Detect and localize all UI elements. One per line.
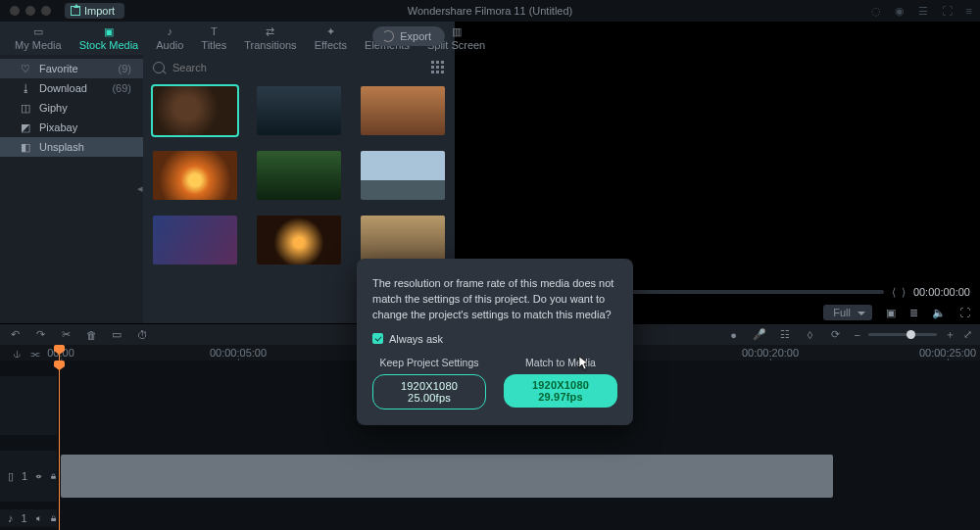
magnet-icon[interactable]: ⫝ [12,348,23,360]
cloud-icon[interactable]: ◌ [871,5,881,18]
option-value: 1920X1080 25.00fps [401,380,458,404]
view-grid-icon[interactable] [431,61,445,74]
ruler-mark: 00:00:20:00 [742,347,799,359]
speaker-icon[interactable] [35,513,42,524]
import-label: Import [84,5,115,17]
media-thumb[interactable] [257,86,341,135]
media-thumb[interactable] [361,86,445,135]
cut-icon[interactable]: ✂ [59,328,73,342]
sidebar-item-label: Unsplash [39,141,84,153]
import-button[interactable]: Import [65,3,124,19]
timecode-display: 00:00:00:00 [913,286,970,298]
export-button[interactable]: Export [372,26,445,46]
account-icon[interactable]: ◉ [895,5,905,18]
ruler-mark: 00:00:05:00 [210,347,267,359]
zoom-out-icon[interactable]: − [855,329,860,341]
window-controls[interactable] [0,6,51,16]
min-dot[interactable] [25,6,35,16]
tab-label: Stock Media [79,39,139,51]
eye-icon[interactable] [35,471,42,482]
video-track-header: ▯ 1 [0,451,57,502]
match-media-option: Match to Media 1920X1080 29.97fps [504,357,617,410]
sidebar-item-label: Giphy [39,102,68,114]
fullscreen-icon[interactable]: ⛶ [942,5,953,18]
sidebar-item-count: (69) [112,82,135,94]
titles-icon: T [206,25,221,37]
render-icon[interactable]: ⟳ [829,328,843,342]
track-type-icon: ♪ [8,512,14,524]
option-title: Keep Project Settings [380,357,479,368]
max-dot[interactable] [41,6,51,16]
zoom-in-icon[interactable]: ＋ [945,327,956,342]
sidebar-item-giphy[interactable]: ◫ Giphy [0,98,143,118]
mute-icon[interactable]: 🔈 [932,307,946,319]
quality-select[interactable]: Full [823,305,872,320]
folder-icon: ▭ [30,25,46,37]
snapshot-icon[interactable]: ▣ [886,307,896,319]
markers-icon[interactable]: ≣ [909,307,918,319]
mixer-icon[interactable]: ☷ [778,328,792,342]
zoom-handle[interactable] [906,330,915,339]
tab-transitions[interactable]: ⇄Transitions [235,25,305,55]
media-thumb[interactable] [257,151,341,200]
media-thumb[interactable] [153,216,237,265]
sidebar-item-unsplash[interactable]: ◧ Unsplash [0,137,143,157]
preview-viewport[interactable] [462,25,974,282]
zoom-fit-icon[interactable]: ⤢ [963,328,972,341]
notify-icon[interactable]: ☰ [918,5,928,18]
giphy-icon: ◫ [20,102,31,114]
lock-icon[interactable] [50,471,57,482]
sidebar-item-pixabay[interactable]: ◩ Pixabay [0,118,143,137]
tab-effects[interactable]: ✦Effects [306,25,356,55]
titlebar-actions: ◌ ◉ ☰ ⛶ ≡ [871,5,972,18]
playhead-line[interactable] [59,361,60,530]
audio-icon: ♪ [162,25,177,37]
mark-in-icon[interactable]: ⟨ [892,286,896,299]
tab-stock-media[interactable]: ▣Stock Media [71,25,148,55]
link-icon[interactable]: ⫘ [29,348,40,360]
menu-icon[interactable]: ≡ [966,5,972,18]
marker-icon[interactable]: ◊ [804,328,817,342]
video-track[interactable]: ▯ 1 [0,451,980,502]
collapse-sidebar-icon[interactable]: ◂ [137,182,143,195]
tab-titles[interactable]: TTitles [192,25,235,55]
stock-sources-sidebar: ♡ Favorite (9) ⭳ Download (69) ◫ Giphy ◩… [0,55,143,323]
import-icon [71,6,80,16]
sidebar-item-count: (9) [119,63,135,74]
sidebar-item-label: Favorite [39,63,78,74]
expand-icon[interactable]: ⛶ [959,307,970,318]
keep-settings-button[interactable]: 1920X1080 25.00fps [372,374,486,410]
download-icon: ⭳ [20,82,31,94]
undo-icon[interactable]: ↶ [8,328,22,342]
pixabay-icon: ◩ [20,121,31,133]
zoom-slider[interactable] [868,333,937,336]
titlebar: Import Wondershare Filmora 11 (Untitled)… [0,0,980,22]
mark-out-icon[interactable]: ⟩ [902,286,906,299]
mic-icon[interactable]: 🎤 [753,328,766,342]
sidebar-item-download[interactable]: ⭳ Download (69) [0,78,143,98]
match-media-button[interactable]: 1920X1080 29.97fps [504,374,617,408]
lock-icon[interactable] [50,513,57,524]
video-clip[interactable] [61,455,833,498]
crop-icon[interactable]: ▭ [110,328,123,342]
sidebar-item-favorite[interactable]: ♡ Favorite (9) [0,59,143,78]
close-dot[interactable] [10,6,20,16]
tab-my-media[interactable]: ▭My Media [6,25,71,55]
media-thumb[interactable] [361,151,445,200]
track-index: 1 [22,470,27,482]
media-thumb[interactable] [257,216,341,265]
media-thumb[interactable] [153,86,237,135]
quality-label: Full [833,307,851,318]
search-input[interactable] [171,61,425,74]
redo-icon[interactable]: ↷ [33,328,47,342]
tab-audio[interactable]: ♪Audio [147,25,192,55]
speed-icon[interactable]: ⏱ [135,328,149,342]
media-thumb[interactable] [153,151,237,200]
playhead[interactable] [59,345,60,361]
audio-track[interactable]: ♪ 1 [0,509,980,527]
media-thumb[interactable] [361,216,445,265]
always-ask-checkbox[interactable]: Always ask [372,333,617,345]
effects-icon: ✦ [322,25,338,37]
voiceover-icon[interactable]: ● [727,328,741,342]
delete-icon[interactable]: 🗑 [84,328,98,342]
